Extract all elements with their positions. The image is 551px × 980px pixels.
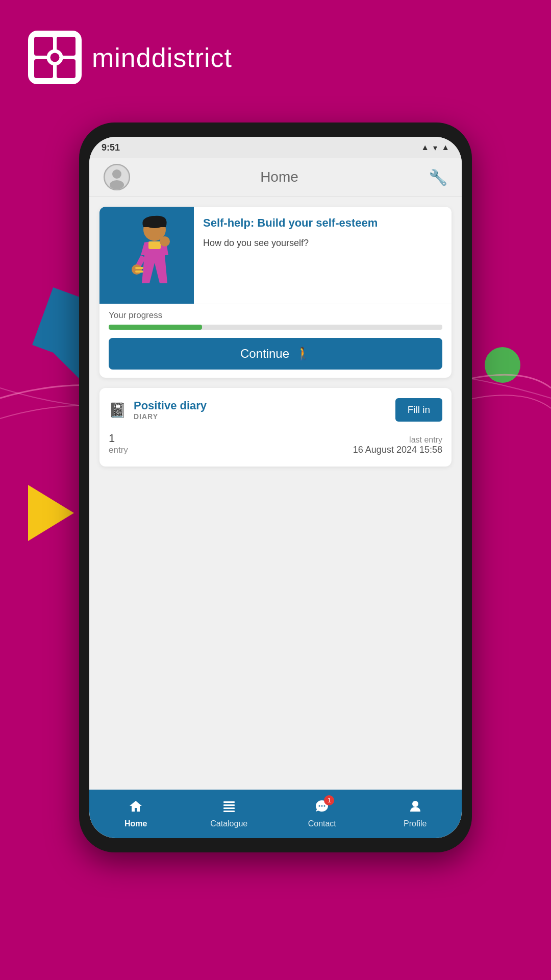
app-header: minddistrict: [28, 31, 232, 84]
fill-in-button[interactable]: Fill in: [395, 398, 442, 422]
nav-label-profile: Profile: [404, 819, 427, 828]
svg-rect-17: [135, 271, 143, 273]
entry-stats: 1 entry: [109, 432, 128, 455]
svg-rect-19: [223, 804, 235, 806]
page-title: Home: [260, 169, 298, 185]
svg-point-15: [132, 264, 142, 275]
course-card-top: Self-help: Build your self-esteem How do…: [99, 207, 452, 304]
walk-icon: 🚶: [295, 347, 311, 361]
home-icon: [129, 799, 143, 817]
nav-item-catalogue[interactable]: Catalogue: [204, 799, 255, 828]
course-image: [99, 207, 194, 304]
catalogue-icon: [222, 799, 236, 817]
main-content: Self-help: Build your self-esteem How do…: [89, 197, 462, 790]
entry-label: entry: [109, 445, 128, 455]
svg-rect-18: [223, 801, 235, 803]
svg-rect-13: [148, 241, 161, 249]
app-name: minddistrict: [92, 42, 232, 73]
signal-icon: ▲: [441, 143, 449, 152]
diary-header: 📓 Positive diary DIARY Fill in: [109, 398, 442, 422]
svg-point-8: [112, 169, 121, 179]
course-title: Self-help: Build your self-esteem: [203, 216, 442, 231]
contact-badge: 1: [324, 795, 334, 805]
continue-button[interactable]: Continue 🚶: [109, 338, 442, 370]
minddistrict-logo-icon: [28, 31, 82, 84]
course-subtitle: How do you see yourself?: [203, 237, 442, 250]
bottom-navigation: Home Catalogue: [89, 790, 462, 838]
status-time: 9:51: [102, 142, 120, 153]
course-info: Self-help: Build your self-esteem How do…: [194, 207, 452, 304]
last-entry-date: 16 August 2024 15:58: [353, 445, 442, 455]
progress-bar-fill: [109, 325, 202, 330]
diary-icon: 📓: [109, 402, 127, 419]
svg-rect-16: [135, 267, 143, 269]
svg-point-14: [160, 236, 170, 247]
svg-point-6: [51, 53, 60, 62]
progress-bar-background: [109, 325, 442, 330]
nav-label-catalogue: Catalogue: [210, 819, 247, 828]
diary-title: Positive diary: [134, 399, 207, 412]
last-entry-label: last entry: [353, 435, 442, 445]
svg-point-24: [324, 805, 325, 807]
last-entry-block: last entry 16 August 2024 15:58: [353, 435, 442, 455]
bg-decoration-yellow-triangle: [28, 485, 74, 541]
nav-item-home[interactable]: Home: [110, 799, 161, 828]
svg-point-25: [412, 801, 418, 807]
diary-stats: 1 entry last entry 16 August 2024 15:58: [109, 432, 442, 455]
svg-point-22: [319, 805, 320, 807]
progress-section: Your progress Continue 🚶: [99, 304, 452, 378]
settings-icon[interactable]: 🔧: [429, 168, 447, 186]
entry-count: 1: [109, 432, 128, 445]
course-card[interactable]: Self-help: Build your self-esteem How do…: [99, 207, 452, 378]
svg-rect-21: [223, 811, 235, 812]
svg-rect-20: [223, 807, 235, 809]
diary-title-block: Positive diary DIARY: [134, 399, 207, 421]
status-bar: 9:51 ▲ ▾ ▲: [89, 137, 462, 158]
nav-label-home: Home: [124, 819, 147, 828]
contact-icon: 1: [315, 799, 329, 817]
nav-label-contact: Contact: [308, 819, 336, 828]
wifi-icon: ▾: [433, 143, 437, 153]
user-avatar[interactable]: [104, 164, 130, 190]
notification-icon: ▲: [421, 143, 429, 152]
top-navigation: Home 🔧: [89, 158, 462, 197]
status-icons: ▲ ▾ ▲: [421, 143, 449, 153]
nav-item-contact[interactable]: 1 Contact: [296, 799, 347, 828]
diary-card[interactable]: 📓 Positive diary DIARY Fill in 1 entry: [99, 388, 452, 467]
profile-icon: [408, 799, 422, 817]
progress-label: Your progress: [109, 310, 442, 321]
svg-point-23: [321, 805, 323, 807]
phone-frame: 9:51 ▲ ▾ ▲ Home 🔧: [79, 122, 472, 852]
phone-screen: 9:51 ▲ ▾ ▲ Home 🔧: [89, 137, 462, 838]
diary-type: DIARY: [134, 412, 207, 421]
nav-item-profile[interactable]: Profile: [390, 799, 441, 828]
continue-label: Continue: [240, 347, 289, 361]
diary-title-group: 📓 Positive diary DIARY: [109, 399, 207, 421]
